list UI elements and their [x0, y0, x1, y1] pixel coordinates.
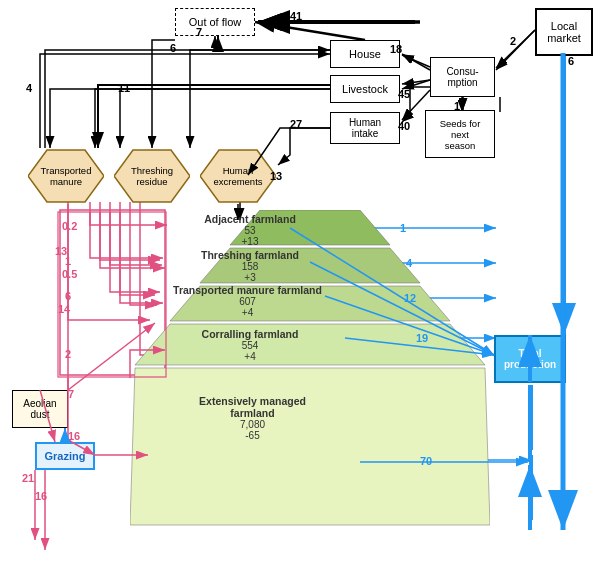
label-6-right: 6 [568, 55, 574, 67]
svg-marker-31 [130, 368, 490, 525]
label-70: 70 [420, 455, 432, 467]
label-2-pink: 2 [65, 348, 71, 360]
label-6-pink: 6 [65, 290, 71, 302]
tier-threshing: Threshing farmland 158 +3 [185, 249, 315, 283]
label-19: 19 [416, 332, 428, 344]
local-market-box: Local market [535, 8, 593, 56]
label-1-pink: 1 [65, 255, 71, 267]
label-16-bot: 16 [35, 490, 47, 502]
label-0-2: 0.2 [62, 220, 77, 232]
seeds-box: Seeds fornextseason [425, 110, 495, 158]
grazing-box: Grazing [35, 442, 95, 470]
aeolian-dust-box: Aeoliandust [12, 390, 68, 428]
label-7: 7 [196, 26, 202, 38]
label-1-adj: 1 [400, 222, 406, 234]
tier-transported: Transported manure farmland 607 +4 [170, 284, 325, 318]
tier-adjacent: Adjacent farmland 53 +13 [190, 213, 310, 247]
label-4: 4 [26, 82, 32, 94]
label-27: 27 [290, 118, 302, 130]
label-18: 18 [390, 43, 402, 55]
diagram: Out of flow House Livestock Humanintake … [0, 0, 600, 582]
label-4-thresh: 4 [406, 257, 412, 269]
label-0-5: 0.5 [62, 268, 77, 280]
tier-extensive: Extensively managed farmland 7,080 -65 [180, 395, 325, 441]
label-2: 2 [510, 35, 516, 47]
human-intake-box: Humanintake [330, 112, 400, 144]
label-45: 45 [398, 88, 410, 100]
human-excrements-hex: Humanexcrements [200, 148, 276, 204]
consumption-box: Consu-mption [430, 57, 495, 97]
label-21: 21 [22, 472, 34, 484]
label-6-top: 6 [170, 42, 176, 54]
out-of-flow-box: Out of flow [175, 8, 255, 36]
svg-line-39 [402, 55, 430, 67]
transported-manure-hex: Transportedmanure [28, 148, 104, 204]
svg-line-40 [402, 80, 430, 84]
label-12: 12 [404, 292, 416, 304]
label-14: 14 [58, 303, 70, 315]
label-7-aeolian: 7 [68, 388, 74, 400]
label-1-seed: 1 [454, 100, 460, 112]
label-41: 41 [290, 10, 302, 22]
label-11: 11 [118, 82, 130, 94]
svg-line-5 [255, 22, 365, 40]
threshing-residue-hex: Threshingresidue [114, 148, 190, 204]
svg-line-8 [402, 54, 430, 70]
tier-corralling: Corralling farmland 554 +4 [185, 328, 315, 362]
total-production-box: Totalproduction [494, 335, 566, 383]
label-16-top: 16 [68, 430, 80, 442]
livestock-box: Livestock [330, 75, 400, 103]
label-40: 40 [398, 120, 410, 132]
